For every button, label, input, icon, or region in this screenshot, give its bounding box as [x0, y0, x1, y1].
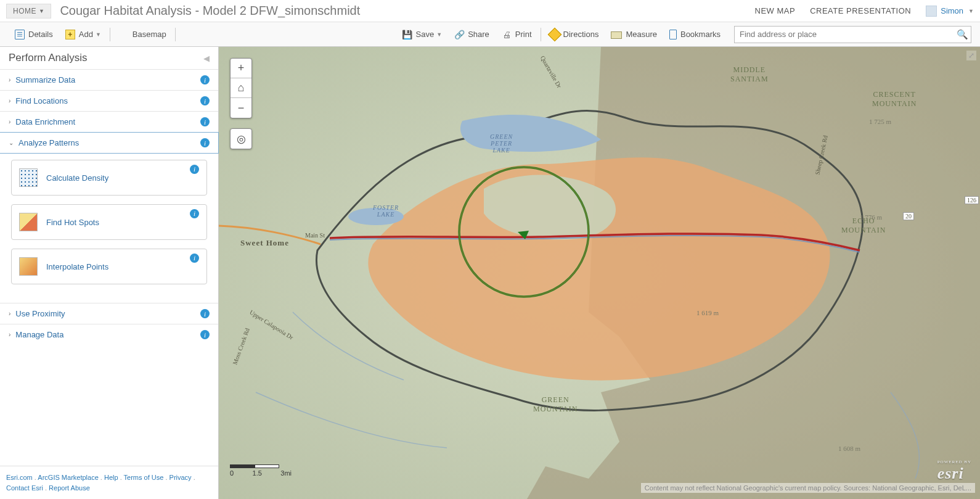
info-icon[interactable]: i — [190, 209, 199, 218]
map-label-mtn: GREEN MOUNTAIN — [533, 395, 578, 414]
footer-link[interactable]: Privacy — [169, 474, 192, 481]
info-icon[interactable]: i — [190, 254, 199, 263]
section-label: Analyze Patterns — [18, 138, 79, 147]
separator — [541, 28, 541, 41]
search-input[interactable] — [735, 30, 953, 39]
section-use-proximity[interactable]: › Use Proximity i — [0, 303, 218, 324]
scale-bar: 0 1.5 3mi — [230, 464, 279, 468]
details-label: Details — [28, 30, 53, 39]
avatar-icon — [926, 6, 937, 17]
details-icon — [15, 30, 25, 39]
section-label: Summarize Data — [15, 75, 75, 85]
separator — [110, 28, 110, 41]
add-button[interactable]: Add ▼ — [59, 22, 107, 47]
create-presentation-link[interactable]: CREATE PRESENTATION — [810, 6, 911, 15]
info-icon[interactable]: i — [190, 165, 199, 174]
directions-icon — [547, 27, 561, 41]
panel-title-row: Perform Analysis ◀ — [0, 47, 218, 69]
map-title: Cougar Habitat Analysis - Model 2 DFW_si… — [60, 4, 360, 18]
map-label-elev: 1 776 m — [860, 213, 882, 221]
footer-link[interactable]: Report Abuse — [49, 484, 90, 492]
bookmarks-button[interactable]: Bookmarks — [663, 22, 727, 47]
info-icon[interactable]: i — [200, 75, 210, 85]
home-extent-button[interactable]: ⌂ — [231, 78, 251, 98]
directions-label: Directions — [563, 30, 599, 39]
tool-interpolate-points[interactable]: Interpolate Points i — [11, 249, 207, 284]
chevron-down-icon: ⌄ — [9, 139, 14, 146]
details-button[interactable]: Details — [9, 22, 59, 47]
section-find-locations[interactable]: › Find Locations i — [0, 90, 218, 111]
info-icon[interactable]: i — [200, 330, 210, 339]
print-icon: 🖨 — [502, 30, 512, 39]
map-label-elev: 1 608 m — [838, 445, 860, 452]
info-icon[interactable]: i — [200, 117, 210, 126]
footer-link[interactable]: Contact Esri — [6, 484, 43, 492]
map-svg — [219, 47, 980, 499]
info-icon[interactable]: i — [200, 96, 210, 105]
map-toolbar: Details Add ▼ Basemap 💾 Save ▼ 🔗 Share 🖨… — [0, 22, 980, 47]
share-button[interactable]: 🔗 Share — [448, 22, 496, 47]
user-menu[interactable]: Simon ▼ — [926, 6, 974, 17]
section-analyze-patterns[interactable]: ⌄ Analyze Patterns i — [0, 132, 219, 154]
new-map-link[interactable]: NEW MAP — [755, 6, 796, 15]
info-icon[interactable]: i — [200, 309, 210, 318]
print-label: Print — [515, 30, 532, 39]
tool-calculate-density[interactable]: Calculate Density i — [11, 160, 207, 196]
map-attribution: Content may not reflect National Geograp… — [641, 483, 975, 493]
tool-find-hot-spots[interactable]: Find Hot Spots i — [11, 204, 207, 240]
tool-label: Find Hot Spots — [46, 218, 190, 227]
esri-text: esri — [937, 464, 964, 482]
footer-link[interactable]: Terms of Use — [124, 474, 164, 481]
footer-link[interactable]: Esri.com — [6, 474, 33, 481]
analyze-patterns-body: Calculate Density i Find Hot Spots i Int… — [0, 154, 218, 303]
collapse-panel-icon[interactable]: ◀ — [203, 54, 210, 63]
analysis-panel: Perform Analysis ◀ › Summarize Data i › … — [0, 47, 219, 499]
bookmark-icon — [669, 30, 677, 39]
save-button[interactable]: 💾 Save ▼ — [396, 22, 449, 47]
hwy-shield: 126 — [965, 196, 979, 204]
panel-footer: Esri.com . ArcGIS Marketplace . Help . T… — [0, 466, 218, 499]
map-label-mtn: MIDDLE SANTIAM — [730, 65, 769, 84]
section-manage-data[interactable]: › Manage Data i — [0, 324, 218, 345]
share-icon: 🔗 — [454, 30, 464, 39]
section-summarize-data[interactable]: › Summarize Data i — [0, 69, 218, 90]
locate-button[interactable]: ◎ — [230, 128, 252, 149]
zoom-controls: + ⌂ − — [230, 58, 252, 118]
footer-link[interactable]: ArcGIS Marketplace — [38, 474, 98, 481]
esri-sub: POWERED BY — [937, 460, 971, 464]
section-label: Use Proximity — [15, 309, 65, 318]
esri-logo: POWERED BY esri — [937, 460, 971, 483]
info-icon[interactable]: i — [200, 138, 210, 147]
footer-link[interactable]: Help — [104, 474, 118, 481]
search-box[interactable]: 🔍 — [734, 26, 971, 43]
scale-0: 0 — [230, 469, 234, 477]
home-label: HOME — [13, 7, 36, 15]
map-label-lake: FOSTER LAKE — [373, 204, 399, 218]
directions-button[interactable]: Directions — [544, 22, 605, 47]
density-icon — [19, 168, 38, 187]
separator — [175, 28, 176, 41]
section-label: Data Enrichment — [15, 117, 75, 126]
map-canvas[interactable]: + ⌂ − ◎ ⤢ Sweet Home GREEN PETER LAKE FO… — [219, 47, 980, 499]
print-button[interactable]: 🖨 Print — [496, 22, 538, 47]
zoom-in-button[interactable]: + — [231, 59, 251, 78]
search-icon[interactable]: 🔍 — [953, 29, 971, 40]
add-label: Add — [79, 30, 93, 39]
expand-map-icon[interactable]: ⤢ — [966, 51, 976, 60]
measure-icon — [611, 31, 622, 39]
measure-button[interactable]: Measure — [605, 22, 663, 47]
basemap-icon — [119, 30, 129, 39]
app-header: HOME ▼ Cougar Habitat Analysis - Model 2… — [0, 0, 980, 22]
measure-label: Measure — [626, 30, 657, 39]
zoom-out-button[interactable]: − — [231, 98, 251, 118]
user-name: Simon — [941, 6, 963, 15]
home-dropdown[interactable]: HOME ▼ — [6, 4, 51, 19]
basemap-button[interactable]: Basemap — [113, 22, 173, 47]
chevron-down-icon: ▼ — [968, 8, 974, 14]
header-right: NEW MAP CREATE PRESENTATION Simon ▼ — [755, 6, 974, 17]
hotspot-icon — [19, 213, 38, 231]
section-data-enrichment[interactable]: › Data Enrichment i — [0, 111, 218, 132]
map-label-city: Sweet Home — [240, 238, 289, 248]
map-label-elev: 1 619 m — [696, 309, 719, 316]
save-label: Save — [416, 30, 435, 39]
